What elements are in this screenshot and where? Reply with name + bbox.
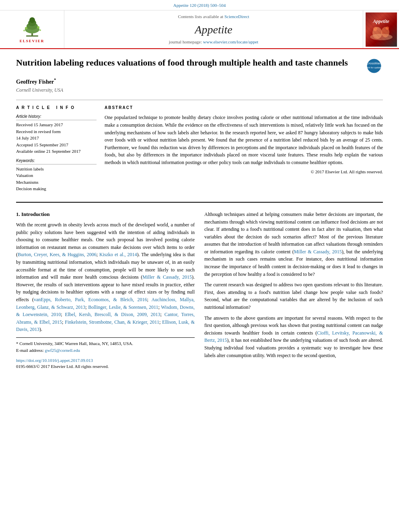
doi-link-section: https://doi.org/10.1016/j.appet.2017.09.… — [16, 357, 195, 364]
ref-elbel[interactable]: Elbel, Kersh, Brescoll, & Dixon, 2009, 2… — [65, 312, 160, 317]
author-name: Geoffrey Fisher* — [16, 77, 383, 86]
footnote-email: E-mail address: gwf25@cornell.edu — [16, 347, 195, 354]
intro-heading-text: 1. Introduction — [16, 211, 50, 217]
journal-title: Appetite — [195, 22, 232, 37]
article-content: Nutrition labeling reduces valuations of… — [0, 49, 399, 374]
abstract-column: ABSTRACT One popularized technique to pr… — [105, 105, 383, 195]
section-divider — [16, 202, 383, 203]
svg-text:click for updates: click for updates — [367, 66, 381, 69]
sciencedirect-link[interactable]: ScienceDirect — [224, 14, 249, 19]
journal-thumbnail-section: Appetite — [363, 10, 399, 48]
svg-point-9 — [39, 29, 41, 31]
homepage-label: journal homepage: — [169, 39, 202, 44]
elsevier-label: ELSEVIER — [20, 39, 45, 44]
body-columns: 1. Introduction With the recent growth i… — [16, 207, 383, 374]
svg-rect-5 — [26, 35, 38, 37]
keywords-section: Keywords: Nutrition labels Valuation Mec… — [16, 158, 97, 192]
svg-point-13 — [373, 27, 377, 31]
svg-point-8 — [23, 30, 25, 31]
abstract-text: One popularized technique to promote hea… — [105, 114, 383, 166]
keyword-2: Valuation — [16, 172, 97, 179]
elsevier-logo-section: ELSEVIER — [0, 10, 64, 48]
revised-date: 14 July 2017 — [16, 135, 97, 142]
svg-point-14 — [386, 27, 389, 30]
article-title: Nutrition labeling reduces valuations of… — [16, 57, 361, 69]
intro-heading: 1. Introduction — [16, 211, 195, 218]
ref-kiszko[interactable]: Kiszko et al., 2014 — [99, 252, 137, 257]
keyword-3: Mechanisms — [16, 179, 97, 186]
ref-bollinger[interactable]: Bollinger, Leslie, & Sorensen, 2011 — [88, 304, 158, 310]
journal-header: ELSEVIER Contents lists available at Sci… — [0, 10, 399, 49]
article-info-label: A R T I C L E I N F O — [16, 105, 97, 111]
body-left-column: 1. Introduction With the recent growth i… — [16, 211, 195, 370]
article-info-column: A R T I C L E I N F O Article history: R… — [16, 105, 97, 195]
svg-point-6 — [25, 27, 27, 29]
intro-para3: The current research was designed to add… — [204, 281, 383, 311]
title-section: Nutrition labeling reduces valuations of… — [16, 49, 383, 77]
doi-link[interactable]: https://doi.org/10.1016/j.appet.2017.09.… — [16, 358, 93, 363]
journal-center: Contents lists available at ScienceDirec… — [64, 10, 363, 48]
accepted-text: Accepted 15 September 2017 — [16, 142, 97, 148]
footnote-section: * Cornell University, 340C Warren Hall, … — [16, 337, 195, 353]
citation-text: Appetite 120 (2018) 500–504 — [173, 3, 226, 8]
received-text: Received 15 January 2017 — [16, 121, 97, 128]
footer-section: https://doi.org/10.1016/j.appet.2017.09.… — [16, 357, 195, 370]
issn-text: 0195-6663/© 2017 Elsevier Ltd. All right… — [16, 364, 195, 370]
available-text: Available online 21 September 2017 — [16, 148, 97, 155]
elsevier-tree-icon — [14, 15, 50, 37]
email-link[interactable]: gwf25@cornell.edu — [45, 348, 80, 353]
appetite-thumbnail: Appetite — [366, 12, 397, 47]
ref-miller2[interactable]: Miller & Cassady, 2015 — [294, 249, 342, 255]
footnote-text-content: * Cornell University, 340C Warren Hall, … — [16, 341, 133, 346]
copyright-line: © 2017 Elsevier Ltd. All rights reserved… — [105, 169, 383, 175]
keyword-1: Nutrition labels — [16, 166, 97, 173]
svg-point-4 — [29, 17, 35, 23]
contents-line: Contents lists available at ScienceDirec… — [178, 14, 249, 20]
svg-text:CrossMark: CrossMark — [367, 62, 381, 65]
crossmark-icon: CrossMark click for updates — [367, 59, 381, 73]
footnote-address: * Cornell University, 340C Warren Hall, … — [16, 340, 195, 347]
citation-bar: Appetite 120 (2018) 500–504 — [0, 0, 399, 10]
ref-cioffi[interactable]: Cioffi, Levitsky, Pacanowski, & Bertz, 2… — [204, 330, 383, 343]
abstract-label: ABSTRACT — [105, 105, 383, 111]
affiliation: Cornell University, USA — [16, 87, 383, 94]
thumbnail-image-icon — [369, 25, 393, 41]
crossmark-badge: CrossMark click for updates — [367, 57, 383, 73]
ref-finkelstein[interactable]: Finkelstein, Strombotne, Chan, & Krieger… — [65, 319, 159, 325]
ref-burton[interactable]: Burton, Creyer, Kees, & Huggins, 2006 — [18, 252, 97, 257]
email-label: E-mail address: — [16, 348, 44, 353]
revised-text: Received in revised form — [16, 128, 97, 135]
article-info-abstract-section: A R T I C L E I N F O Article history: R… — [16, 100, 383, 195]
history-label: Article history: — [16, 114, 97, 120]
svg-point-10 — [370, 34, 393, 40]
svg-point-12 — [381, 27, 389, 37]
svg-point-7 — [37, 26, 39, 29]
intro-para4: The answers to the above questions are i… — [204, 314, 383, 359]
ref-miller1[interactable]: Miller & Cassady, 2015 — [142, 274, 192, 280]
ref-vanepps[interactable]: vanEpps, Roberto, Park, Economos, & Blei… — [34, 297, 147, 302]
thumbnail-title: Appetite — [373, 18, 389, 25]
intro-para2: Although techniques aimed at helping con… — [204, 211, 383, 278]
body-right-column: Although techniques aimed at helping con… — [204, 211, 383, 370]
intro-para1: With the recent growth in obesity levels… — [16, 221, 195, 333]
author-superscript: * — [54, 78, 56, 82]
keywords-label: Keywords: — [16, 158, 97, 164]
svg-point-11 — [372, 27, 382, 39]
homepage-link[interactable]: www.elsevier.com/locate/appet — [203, 39, 258, 44]
article-history: Article history: Received 15 January 201… — [16, 114, 97, 155]
contents-label: Contents lists available at — [178, 14, 223, 19]
homepage-line: journal homepage: www.elsevier.com/locat… — [169, 39, 258, 45]
keyword-4: Decision making — [16, 185, 97, 192]
page: Appetite 120 (2018) 500–504 ELSEVI — [0, 0, 399, 532]
